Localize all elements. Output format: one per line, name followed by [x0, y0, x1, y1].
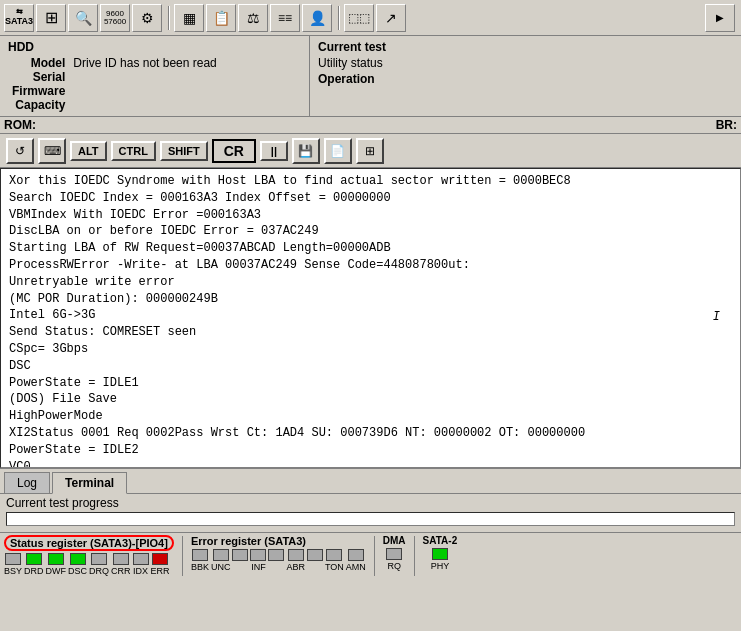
led-label-dwf: DWF [46, 566, 67, 576]
rom-bar: ROM: BR: [0, 117, 741, 134]
led-label-err: ERR [151, 566, 170, 576]
kb-icon-grid[interactable]: ⊞ [356, 138, 384, 164]
led-err [152, 553, 168, 565]
toolbar-btn-4[interactable]: ⚖ [238, 4, 268, 32]
status-leds: BSYDRDDWFDSCDRQCRRIDXERR [4, 553, 170, 576]
led-label-drq: DRQ [89, 566, 109, 576]
terminal-line: DiscLBA on or before IOEDC Error = 037AC… [9, 223, 732, 240]
toolbar-sep-1 [168, 6, 170, 30]
dma-title: DMA [383, 535, 406, 546]
led-col-ton: TON [325, 549, 344, 572]
kb-icon-1[interactable]: ↺ [6, 138, 34, 164]
terminal-line: VC0 [9, 459, 732, 468]
toolbar-btn-3[interactable]: 📋 [206, 4, 236, 32]
kb-icon-save[interactable]: 💾 [292, 138, 320, 164]
toolbar-btn-settings[interactable]: ⚙ [132, 4, 162, 32]
ctrl-btn[interactable]: CTRL [111, 141, 156, 161]
operation-row: Operation [318, 72, 733, 86]
toolbar-sep-2 [338, 6, 340, 30]
terminal-line: Unretryable write error [9, 274, 732, 291]
serial-value [69, 70, 220, 84]
tab-log[interactable]: Log [4, 472, 50, 493]
terminal-line: PowerState = IDLE2 [9, 442, 732, 459]
led-label-ton: TON [325, 562, 344, 572]
error-register-group: Error register (SATA3) BBKUNCINFABRTONAM… [191, 535, 366, 572]
utility-row: Utility status [318, 56, 733, 70]
led-col-x [268, 549, 284, 572]
toolbar-btn-search[interactable]: 🔍 [68, 4, 98, 32]
terminal-line: (DOS) File Save [9, 391, 732, 408]
led-col-idx: IDX [133, 553, 149, 576]
led-drd [26, 553, 42, 565]
led-col-phy: PHY [431, 548, 450, 571]
led-idx [133, 553, 149, 565]
kb-icon-page[interactable]: 📄 [324, 138, 352, 164]
progress-bar [6, 512, 735, 526]
terminal-line: VBMIndex With IOEDC Error =000163A3 [9, 207, 732, 224]
led-inf [250, 549, 266, 561]
led-col-crr: CRR [111, 553, 131, 576]
current-test-title: Current test [318, 40, 733, 54]
serial-label: Serial [8, 70, 69, 84]
utility-label: Utility status [318, 56, 383, 70]
led-x [268, 549, 284, 561]
sata2-leds: PHY [431, 548, 450, 571]
sata3-indicator[interactable]: ⇆ SATA3 [4, 4, 34, 32]
led-col-bbk: BBK [191, 549, 209, 572]
capacity-value [69, 98, 220, 112]
status-register-group: Status register (SATA3)-[PIO4] BSYDRDDWF… [4, 535, 174, 576]
model-label: Model [8, 56, 69, 70]
toolbar-btn-block[interactable]: ▦ [174, 4, 204, 32]
current-test-info: Current test Utility status Operation [310, 36, 741, 116]
led-label-idx: IDX [133, 566, 148, 576]
led-bbk [192, 549, 208, 561]
tab-terminal[interactable]: Terminal [52, 472, 127, 494]
led-col-dwf: DWF [46, 553, 67, 576]
toolbar-btn-5[interactable]: ≡≡ [270, 4, 300, 32]
terminal-output[interactable]: Xor this IOEDC Syndrome with Host LBA to… [0, 168, 741, 468]
led-col-x [307, 549, 323, 572]
reg-sep-1 [182, 536, 183, 576]
rom-right: BR: [716, 118, 737, 132]
toolbar-btn-7[interactable]: ⬚⬚ [344, 4, 374, 32]
kb-icon-2[interactable]: ⌨ [38, 138, 66, 164]
shift-btn[interactable]: SHIFT [160, 141, 208, 161]
toolbar-more-btn[interactable]: ▶ [705, 4, 735, 32]
more-icon: ▶ [716, 12, 724, 23]
terminal-line: DSC [9, 358, 732, 375]
led-label-dsc: DSC [68, 566, 87, 576]
led-label-bsy: BSY [4, 566, 22, 576]
led-label-amn: AMN [346, 562, 366, 572]
sata2-title: SATA-2 [423, 535, 458, 546]
toolbar-btn-1[interactable]: ⊞ [36, 4, 66, 32]
keyboard-bar: ↺ ⌨ ALT CTRL SHIFT CR || 💾 📄 ⊞ [0, 134, 741, 168]
terminal-line: ProcessRWError -Write- at LBA 00037AC249… [9, 257, 732, 274]
hdd-info: HDD Model Drive ID has not been read Ser… [0, 36, 310, 116]
terminal-line: Intel 6G->3G [9, 307, 732, 324]
led-bsy [5, 553, 21, 565]
speed-bot: 57600 [104, 18, 126, 26]
led-label-rq: RQ [387, 561, 401, 571]
led-col-bsy: BSY [4, 553, 22, 576]
led-label-drd: DRD [24, 566, 44, 576]
terminal-line: PowerState = IDLE1 [9, 375, 732, 392]
cr-btn[interactable]: CR [212, 139, 256, 163]
led-col-dsc: DSC [68, 553, 87, 576]
pause-btn[interactable]: || [260, 141, 288, 161]
led-col-rq: RQ [386, 548, 402, 571]
alt-btn[interactable]: ALT [70, 141, 107, 161]
operation-label: Operation [318, 72, 375, 86]
toolbar-btn-8[interactable]: ↗ [376, 4, 406, 32]
led-crr [113, 553, 129, 565]
toolbar-btn-6[interactable]: 👤 [302, 4, 332, 32]
led-ton [326, 549, 342, 561]
toolbar-btn-copy[interactable]: 9600 57600 [100, 4, 130, 32]
capacity-label: Capacity [8, 98, 69, 112]
terminal-line: CSpc= 3Gbps [9, 341, 732, 358]
status-register-title: Status register (SATA3)-[PIO4] [4, 535, 174, 551]
terminal-line: Starting LBA of RW Request=00037ABCAD Le… [9, 240, 732, 257]
error-leds: BBKUNCINFABRTONAMN [191, 549, 366, 572]
firmware-value [69, 84, 220, 98]
sata-label: SATA3 [5, 17, 33, 27]
terminal-line: (MC POR Duration): 000000249B [9, 291, 732, 308]
